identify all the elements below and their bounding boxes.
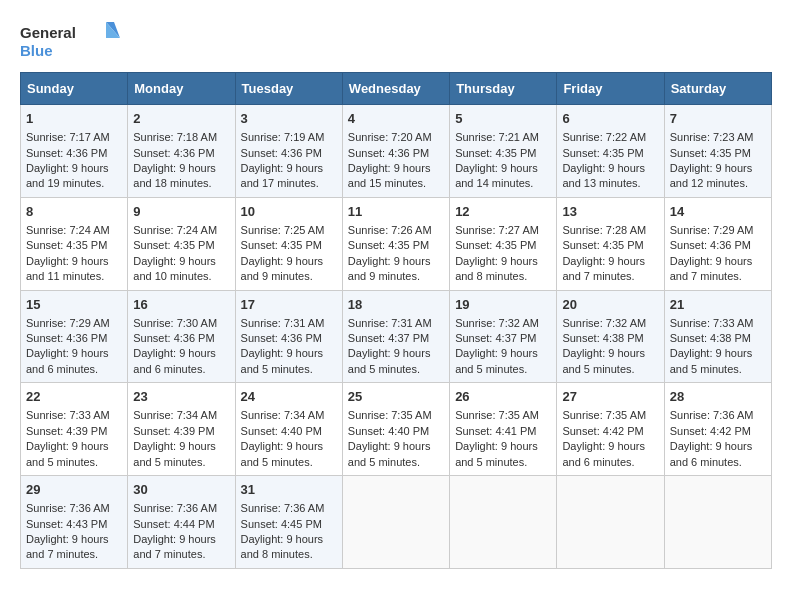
sunset-text: Sunset: 4:35 PM [562, 239, 643, 251]
calendar-cell: 10 Sunrise: 7:25 AM Sunset: 4:35 PM Dayl… [235, 197, 342, 290]
day-header-thursday: Thursday [450, 73, 557, 105]
daylight-text: Daylight: 9 hours and 5 minutes. [348, 440, 431, 467]
day-number: 3 [241, 110, 337, 128]
calendar-cell: 5 Sunrise: 7:21 AM Sunset: 4:35 PM Dayli… [450, 105, 557, 198]
daylight-text: Daylight: 9 hours and 5 minutes. [455, 440, 538, 467]
daylight-text: Daylight: 9 hours and 7 minutes. [26, 533, 109, 560]
daylight-text: Daylight: 9 hours and 7 minutes. [133, 533, 216, 560]
sunrise-text: Sunrise: 7:28 AM [562, 224, 646, 236]
daylight-text: Daylight: 9 hours and 5 minutes. [133, 440, 216, 467]
day-number: 29 [26, 481, 122, 499]
sunset-text: Sunset: 4:40 PM [241, 425, 322, 437]
sunset-text: Sunset: 4:39 PM [133, 425, 214, 437]
day-number: 20 [562, 296, 658, 314]
sunrise-text: Sunrise: 7:36 AM [26, 502, 110, 514]
daylight-text: Daylight: 9 hours and 5 minutes. [26, 440, 109, 467]
daylight-text: Daylight: 9 hours and 5 minutes. [670, 347, 753, 374]
day-number: 15 [26, 296, 122, 314]
daylight-text: Daylight: 9 hours and 5 minutes. [241, 347, 324, 374]
calendar-cell [450, 476, 557, 569]
day-number: 30 [133, 481, 229, 499]
sunrise-text: Sunrise: 7:31 AM [241, 317, 325, 329]
day-number: 28 [670, 388, 766, 406]
sunrise-text: Sunrise: 7:32 AM [562, 317, 646, 329]
calendar-cell: 16 Sunrise: 7:30 AM Sunset: 4:36 PM Dayl… [128, 290, 235, 383]
sunset-text: Sunset: 4:36 PM [670, 239, 751, 251]
calendar-cell: 23 Sunrise: 7:34 AM Sunset: 4:39 PM Dayl… [128, 383, 235, 476]
sunset-text: Sunset: 4:35 PM [562, 147, 643, 159]
calendar-table: SundayMondayTuesdayWednesdayThursdayFrid… [20, 72, 772, 569]
sunset-text: Sunset: 4:45 PM [241, 518, 322, 530]
calendar-cell: 1 Sunrise: 7:17 AM Sunset: 4:36 PM Dayli… [21, 105, 128, 198]
sunset-text: Sunset: 4:38 PM [670, 332, 751, 344]
sunset-text: Sunset: 4:42 PM [670, 425, 751, 437]
calendar-cell: 20 Sunrise: 7:32 AM Sunset: 4:38 PM Dayl… [557, 290, 664, 383]
day-header-tuesday: Tuesday [235, 73, 342, 105]
day-number: 24 [241, 388, 337, 406]
sunrise-text: Sunrise: 7:30 AM [133, 317, 217, 329]
day-number: 13 [562, 203, 658, 221]
sunrise-text: Sunrise: 7:35 AM [562, 409, 646, 421]
day-number: 7 [670, 110, 766, 128]
day-number: 10 [241, 203, 337, 221]
sunset-text: Sunset: 4:36 PM [26, 332, 107, 344]
daylight-text: Daylight: 9 hours and 5 minutes. [241, 440, 324, 467]
sunset-text: Sunset: 4:36 PM [348, 147, 429, 159]
sunset-text: Sunset: 4:35 PM [455, 239, 536, 251]
sunset-text: Sunset: 4:37 PM [348, 332, 429, 344]
calendar-cell: 30 Sunrise: 7:36 AM Sunset: 4:44 PM Dayl… [128, 476, 235, 569]
sunset-text: Sunset: 4:36 PM [241, 332, 322, 344]
calendar-cell: 7 Sunrise: 7:23 AM Sunset: 4:35 PM Dayli… [664, 105, 771, 198]
calendar-cell: 29 Sunrise: 7:36 AM Sunset: 4:43 PM Dayl… [21, 476, 128, 569]
day-number: 23 [133, 388, 229, 406]
sunset-text: Sunset: 4:35 PM [670, 147, 751, 159]
daylight-text: Daylight: 9 hours and 7 minutes. [562, 255, 645, 282]
sunset-text: Sunset: 4:35 PM [26, 239, 107, 251]
daylight-text: Daylight: 9 hours and 6 minutes. [133, 347, 216, 374]
sunset-text: Sunset: 4:42 PM [562, 425, 643, 437]
day-header-friday: Friday [557, 73, 664, 105]
daylight-text: Daylight: 9 hours and 6 minutes. [26, 347, 109, 374]
sunset-text: Sunset: 4:36 PM [241, 147, 322, 159]
logo-svg: General Blue [20, 20, 120, 62]
daylight-text: Daylight: 9 hours and 5 minutes. [348, 347, 431, 374]
day-number: 6 [562, 110, 658, 128]
sunrise-text: Sunrise: 7:36 AM [133, 502, 217, 514]
day-number: 5 [455, 110, 551, 128]
calendar-cell: 17 Sunrise: 7:31 AM Sunset: 4:36 PM Dayl… [235, 290, 342, 383]
day-header-wednesday: Wednesday [342, 73, 449, 105]
sunrise-text: Sunrise: 7:32 AM [455, 317, 539, 329]
daylight-text: Daylight: 9 hours and 8 minutes. [241, 533, 324, 560]
daylight-text: Daylight: 9 hours and 9 minutes. [348, 255, 431, 282]
sunrise-text: Sunrise: 7:20 AM [348, 131, 432, 143]
sunset-text: Sunset: 4:35 PM [241, 239, 322, 251]
sunset-text: Sunset: 4:41 PM [455, 425, 536, 437]
day-number: 8 [26, 203, 122, 221]
daylight-text: Daylight: 9 hours and 6 minutes. [670, 440, 753, 467]
calendar-week-row: 8 Sunrise: 7:24 AM Sunset: 4:35 PM Dayli… [21, 197, 772, 290]
calendar-cell [664, 476, 771, 569]
calendar-header-row: SundayMondayTuesdayWednesdayThursdayFrid… [21, 73, 772, 105]
sunset-text: Sunset: 4:37 PM [455, 332, 536, 344]
daylight-text: Daylight: 9 hours and 17 minutes. [241, 162, 324, 189]
day-number: 9 [133, 203, 229, 221]
calendar-cell: 24 Sunrise: 7:34 AM Sunset: 4:40 PM Dayl… [235, 383, 342, 476]
sunrise-text: Sunrise: 7:34 AM [241, 409, 325, 421]
day-number: 4 [348, 110, 444, 128]
daylight-text: Daylight: 9 hours and 19 minutes. [26, 162, 109, 189]
daylight-text: Daylight: 9 hours and 18 minutes. [133, 162, 216, 189]
daylight-text: Daylight: 9 hours and 14 minutes. [455, 162, 538, 189]
calendar-cell: 31 Sunrise: 7:36 AM Sunset: 4:45 PM Dayl… [235, 476, 342, 569]
daylight-text: Daylight: 9 hours and 7 minutes. [670, 255, 753, 282]
calendar-cell: 6 Sunrise: 7:22 AM Sunset: 4:35 PM Dayli… [557, 105, 664, 198]
sunset-text: Sunset: 4:35 PM [455, 147, 536, 159]
calendar-cell: 22 Sunrise: 7:33 AM Sunset: 4:39 PM Dayl… [21, 383, 128, 476]
day-number: 18 [348, 296, 444, 314]
sunset-text: Sunset: 4:43 PM [26, 518, 107, 530]
sunrise-text: Sunrise: 7:34 AM [133, 409, 217, 421]
sunrise-text: Sunrise: 7:26 AM [348, 224, 432, 236]
day-number: 19 [455, 296, 551, 314]
calendar-cell: 18 Sunrise: 7:31 AM Sunset: 4:37 PM Dayl… [342, 290, 449, 383]
sunset-text: Sunset: 4:36 PM [26, 147, 107, 159]
sunset-text: Sunset: 4:36 PM [133, 147, 214, 159]
